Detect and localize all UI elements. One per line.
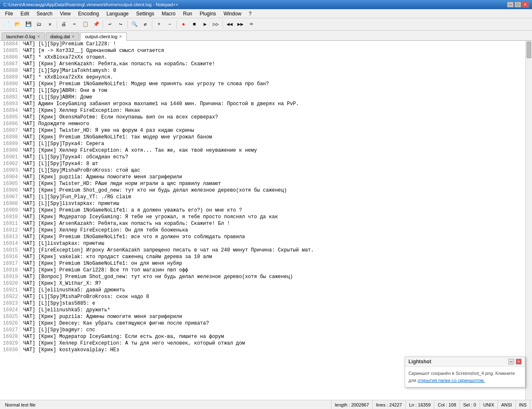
lightshot-close[interactable]: ✕	[516, 359, 522, 365]
play-button[interactable]: ▶	[200, 20, 210, 30]
line-number: 16896	[2, 121, 20, 127]
extra-button-2[interactable]: ▶▶	[235, 20, 245, 30]
tab-label-dialog: dialog.dat	[50, 34, 70, 39]
menu-file[interactable]: File	[2, 10, 16, 17]
tab-close-output[interactable]: ✕	[119, 34, 122, 39]
line-text: ЧАТ] [L][Spy]ABRH: Они в том	[23, 88, 107, 94]
tab-close-launcher[interactable]: ✕	[37, 34, 40, 39]
line-number: 16892	[2, 94, 20, 101]
close-button[interactable]: ✕	[522, 2, 529, 7]
tab-bar: launcher-0.log ✕ dialog.dat ✕ output-cli…	[0, 31, 532, 41]
zoom-out-button[interactable]: −	[165, 20, 175, 30]
line-number: 16904	[2, 174, 20, 180]
extra-button-1[interactable]: ◀◀	[225, 20, 235, 30]
line-text: ЧАТ] [L][Spy]MishaProBroKross: скок надо…	[23, 294, 149, 300]
text-line: 16903ЧАТ] [L][Spy]MishaProBroKross: стой…	[0, 167, 525, 174]
scrollbar[interactable]	[525, 41, 532, 400]
status-format-value: ANSI	[501, 402, 512, 407]
run-macro-button[interactable]: ▷▷	[211, 20, 221, 30]
line-number: 16919	[2, 273, 20, 280]
close-button[interactable]: ✕	[45, 20, 55, 30]
replace-button[interactable]: ⇄	[140, 20, 150, 30]
lightshot-controls[interactable]: ─ ✕	[508, 359, 522, 365]
menu-window[interactable]: Window	[220, 10, 245, 17]
line-number: 16911	[2, 220, 20, 227]
minimize-button[interactable]: ─	[507, 2, 514, 7]
line-number: 16905	[2, 180, 20, 187]
status-length: length : 2002867	[332, 400, 373, 409]
text-line: 16885ЧАТ] [я -> Кот332__] Одинаковый смы…	[0, 47, 525, 54]
line-text: ЧАТ] [Крик] Premium 1NoGameNoLife1: все …	[23, 234, 245, 240]
status-ln-value: Ln : 16359	[409, 402, 431, 407]
lightshot-title: Lightshot	[408, 359, 431, 365]
menu-encoding[interactable]: Encoding	[75, 10, 102, 17]
tab-close-dialog[interactable]: ✕	[72, 34, 75, 39]
line-text: ЧАТ] [L][Spy]MishaProBroKross: стой щас	[23, 168, 140, 173]
line-text: ЧАТ] [Крик] Premium 1NoGameNoLife1: он д…	[23, 261, 182, 266]
line-number: 16889	[2, 74, 20, 81]
text-line: 16884ЧАТ] [L][Spy]Premium Carl228: !	[0, 41, 525, 47]
text-line: 16909ЧАТ] [Крик] Premium 1NoGameNoLife1:…	[0, 207, 525, 214]
find-button[interactable]: 🔍	[129, 20, 139, 30]
scroll-thumb[interactable]	[527, 42, 531, 58]
text-line: 16897ЧАТ] [Крик] Twister_HD: Я уже на фо…	[0, 127, 525, 134]
menu-settings[interactable]: Settings	[133, 10, 157, 17]
text-line: 16898ЧАТ] [Крик] Premium 1NoGameNoLife1:…	[0, 134, 525, 140]
lightshot-link[interactable]: открытия папки со скриншотом.	[418, 378, 485, 383]
open-button[interactable]: 📂	[12, 20, 22, 30]
menu-run[interactable]: Run	[180, 10, 195, 17]
status-format: ANSI	[498, 400, 516, 409]
line-number: 16903	[2, 167, 20, 174]
text-line: 16899ЧАТ] [L][Spy]Трука4: Серега	[0, 140, 525, 147]
menu-macro[interactable]: Macro	[158, 10, 179, 17]
record-button[interactable]: ●	[178, 20, 188, 30]
new-button[interactable]: 📄	[2, 20, 12, 30]
menu-plugins[interactable]: Plugins	[196, 10, 219, 17]
line-text: ЧАТ] [L][Spy]Premium Carl228: !	[23, 41, 116, 47]
maximize-button[interactable]: □	[515, 2, 521, 7]
zoom-in-button[interactable]: +	[154, 20, 164, 30]
undo-button[interactable]: ↩	[105, 20, 115, 30]
line-number: 16915	[2, 247, 20, 254]
line-text: ЧАТ] [Крик] Хеллер FireException: А ты д…	[23, 340, 245, 346]
stop-button[interactable]: ■	[189, 20, 199, 30]
print-button[interactable]: 🖨	[59, 20, 69, 30]
line-number: 16913	[2, 234, 20, 240]
redo-button[interactable]: ↪	[116, 20, 126, 30]
extra-button-3[interactable]: ⌨	[246, 20, 256, 30]
menu-search[interactable]: Search	[33, 10, 56, 17]
separator-3	[127, 20, 128, 29]
paste-button[interactable]: 📌	[91, 20, 101, 30]
cut-button[interactable]: ✂	[69, 20, 79, 30]
title-bar-controls[interactable]: ─ □ ✕	[507, 2, 529, 7]
lightshot-body: Скриншот сохранён в Screenshot_4.png. Кл…	[405, 367, 525, 387]
text-line: 16925ЧАТ] [Крик] pupzila: Админы помогит…	[0, 313, 525, 320]
menu-help[interactable]: ?	[245, 10, 255, 17]
text-content[interactable]: 16884ЧАТ] [L][Spy]Premium Carl228: !1688…	[0, 41, 532, 400]
toolbar: 📄 📂 💾 🗂 ✕ 🖨 ✂ 📋 📌 ↩ ↪ 🔍 ⇄ + − ● ■ ▶ ▷▷ ◀…	[0, 18, 532, 31]
line-text: ЧАТ] [Крик] vakelak: кто продаст саженец…	[23, 254, 212, 260]
text-line: 16927ЧАТ] [L][Spy]bagmyr: спс	[0, 327, 525, 333]
copy-button[interactable]: 📋	[80, 20, 90, 30]
line-number: 16906	[2, 187, 20, 194]
save-button[interactable]: 💾	[23, 20, 33, 30]
line-number: 16917	[2, 260, 20, 267]
line-number: 16886	[2, 54, 20, 61]
text-line: 16891ЧАТ] [L][Spy]ABRH: Они в том	[0, 87, 525, 94]
menu-edit[interactable]: Edit	[17, 10, 32, 17]
status-file-type: Normal text file	[5, 402, 35, 407]
text-line: 16890ЧАТ] [Крик] Premium 1NoGameNoLife1:…	[0, 81, 525, 87]
menu-language[interactable]: Language	[103, 10, 132, 17]
menu-view[interactable]: View	[57, 10, 74, 17]
tab-output-client[interactable]: output-client.log ✕	[80, 32, 127, 41]
title-bar-text: C:\Users\Александр\AppData\Roaming\.vime…	[3, 2, 507, 7]
save-all-button[interactable]: 🗂	[34, 20, 44, 30]
lightshot-minimize[interactable]: ─	[508, 359, 514, 365]
tab-launcher-log[interactable]: launcher-0.log ✕	[2, 32, 45, 40]
line-number: 16887	[2, 61, 20, 67]
tab-dialog-dat[interactable]: dialog.dat ✕	[46, 32, 80, 40]
text-line: 16915ЧАТ] [FireException] Игроку ArsenKa…	[0, 247, 525, 254]
status-col-value: Col : 108	[438, 402, 456, 407]
status-bar: Normal text file length : 2002867 lines …	[0, 400, 532, 409]
line-number: 16894	[2, 107, 20, 114]
